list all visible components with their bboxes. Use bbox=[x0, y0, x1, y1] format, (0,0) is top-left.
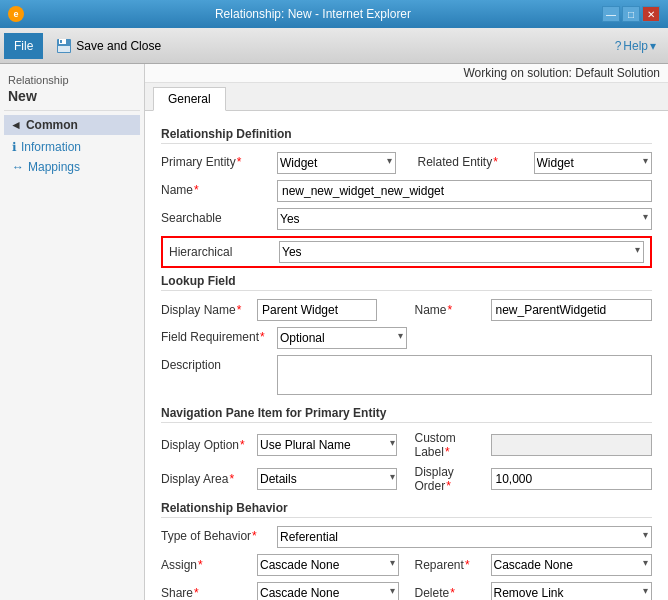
sidebar-common-header: ◄ Common bbox=[4, 115, 140, 135]
description-label: Description bbox=[161, 355, 271, 372]
display-option-select[interactable]: Use Plural Name bbox=[257, 434, 397, 456]
entity-name: New bbox=[4, 88, 140, 111]
information-icon: ℹ bbox=[12, 140, 17, 154]
content-area: Relationship New ◄ Common ℹ Information … bbox=[0, 64, 668, 600]
assign-select[interactable]: Cascade None bbox=[257, 554, 399, 576]
svg-rect-3 bbox=[58, 46, 70, 52]
related-entity-select[interactable]: Widget bbox=[534, 152, 653, 174]
description-control bbox=[277, 355, 652, 398]
hierarchical-control: Yes bbox=[279, 241, 644, 263]
reparent-select[interactable]: Cascade None bbox=[491, 554, 653, 576]
display-area-select[interactable]: Details bbox=[257, 468, 397, 490]
solution-bar: Working on solution: Default Solution bbox=[145, 64, 668, 83]
share-delete-row: Share* Cascade None Delete* Remove Li bbox=[161, 582, 652, 600]
lookup-name-col: Name* bbox=[415, 299, 653, 321]
common-arrow-icon: ◄ bbox=[10, 118, 22, 132]
display-option-col: Display Option* Use Plural Name bbox=[161, 431, 399, 459]
save-and-close-button[interactable]: Save and Close bbox=[47, 33, 170, 59]
entity-label: Relationship bbox=[4, 72, 140, 88]
common-label: Common bbox=[26, 118, 78, 132]
nav-option-row: Display Option* Use Plural Name Custom L… bbox=[161, 431, 652, 459]
sidebar: Relationship New ◄ Common ℹ Information … bbox=[0, 64, 145, 600]
svg-rect-2 bbox=[60, 40, 62, 43]
nav-area-row: Display Area* Details Display Order* bbox=[161, 465, 652, 493]
field-req-control: Optional bbox=[277, 327, 407, 349]
related-entity-label: Related Entity* bbox=[418, 152, 528, 169]
primary-entity-row: Primary Entity* Widget Related Entity* bbox=[161, 152, 652, 174]
rel-behavior-header: Relationship Behavior bbox=[161, 501, 652, 518]
share-select[interactable]: Cascade None bbox=[257, 582, 399, 600]
name-row: Name* bbox=[161, 180, 652, 202]
field-req-label: Field Requirement* bbox=[161, 327, 271, 344]
save-icon bbox=[56, 38, 72, 54]
sidebar-item-mappings[interactable]: ↔ Mappings bbox=[4, 157, 140, 177]
sidebar-item-information[interactable]: ℹ Information bbox=[4, 137, 140, 157]
display-area-col: Display Area* Details bbox=[161, 465, 399, 493]
file-button[interactable]: File bbox=[4, 33, 43, 59]
toolbar: File Save and Close ? Help ▾ bbox=[0, 28, 668, 64]
primary-entity-select[interactable]: Widget bbox=[277, 152, 396, 174]
help-label: Help bbox=[623, 39, 648, 53]
window-title: Relationship: New - Internet Explorer bbox=[24, 7, 602, 21]
type-behavior-select[interactable]: Referential bbox=[277, 526, 652, 548]
main-panel: Working on solution: Default Solution Ge… bbox=[145, 64, 668, 600]
lookup-name-input[interactable] bbox=[491, 299, 653, 321]
tab-general[interactable]: General bbox=[153, 87, 226, 111]
sidebar-item-information-label: Information bbox=[21, 140, 81, 154]
help-icon: ? bbox=[615, 39, 622, 53]
hierarchical-select[interactable]: Yes bbox=[279, 241, 644, 263]
description-textarea[interactable] bbox=[277, 355, 652, 395]
help-dropdown-icon: ▾ bbox=[650, 39, 656, 53]
type-behavior-row: Type of Behavior* Referential bbox=[161, 526, 652, 548]
save-and-close-label: Save and Close bbox=[76, 39, 161, 53]
searchable-select[interactable]: Yes bbox=[277, 208, 652, 230]
reparent-col: Reparent* Cascade None bbox=[415, 554, 653, 576]
field-req-select[interactable]: Optional bbox=[277, 327, 407, 349]
solution-label: Working on solution: Default Solution bbox=[463, 66, 660, 80]
lookup-display-col: Display Name* bbox=[161, 299, 399, 321]
assign-label: Assign* bbox=[161, 558, 251, 572]
delete-label: Delete* bbox=[415, 586, 485, 600]
form-body: Relationship Definition Primary Entity* … bbox=[145, 111, 668, 600]
relationship-def-header: Relationship Definition bbox=[161, 127, 652, 144]
share-col: Share* Cascade None bbox=[161, 582, 399, 600]
name-input[interactable] bbox=[277, 180, 652, 202]
custom-label-col: Custom Label* bbox=[415, 431, 653, 459]
lookup-name-label: Name* bbox=[415, 303, 485, 317]
app-icon: e bbox=[8, 6, 24, 22]
hierarchical-label: Hierarchical bbox=[169, 245, 279, 259]
display-order-input[interactable] bbox=[491, 468, 653, 490]
mappings-icon: ↔ bbox=[12, 160, 24, 174]
custom-label-input[interactable] bbox=[491, 434, 653, 456]
display-order-col: Display Order* bbox=[415, 465, 653, 493]
tabs: General bbox=[145, 83, 668, 111]
searchable-control: Yes bbox=[277, 208, 652, 230]
display-area-label: Display Area* bbox=[161, 472, 251, 486]
lookup-display-label: Display Name* bbox=[161, 303, 251, 317]
delete-select[interactable]: Remove Link bbox=[491, 582, 653, 600]
name-field-control bbox=[277, 180, 652, 202]
assign-col: Assign* Cascade None bbox=[161, 554, 399, 576]
display-option-label: Display Option* bbox=[161, 438, 251, 452]
related-entity-control: Widget bbox=[534, 152, 653, 174]
type-behavior-label: Type of Behavior* bbox=[161, 526, 271, 543]
delete-col: Delete* Remove Link bbox=[415, 582, 653, 600]
lookup-field-header: Lookup Field bbox=[161, 274, 652, 291]
primary-entity-label: Primary Entity* bbox=[161, 152, 271, 169]
share-label: Share* bbox=[161, 586, 251, 600]
maximize-button[interactable]: □ bbox=[622, 6, 640, 22]
help-button[interactable]: ? Help ▾ bbox=[607, 35, 664, 57]
searchable-label: Searchable bbox=[161, 208, 271, 225]
primary-entity-control: Widget bbox=[277, 152, 396, 174]
nav-pane-header: Navigation Pane Item for Primary Entity bbox=[161, 406, 652, 423]
close-window-button[interactable]: ✕ bbox=[642, 6, 660, 22]
reparent-label: Reparent* bbox=[415, 558, 485, 572]
minimize-button[interactable]: — bbox=[602, 6, 620, 22]
display-order-label: Display Order* bbox=[415, 465, 485, 493]
sidebar-item-mappings-label: Mappings bbox=[28, 160, 80, 174]
type-behavior-control: Referential bbox=[277, 526, 652, 548]
lookup-display-input[interactable] bbox=[257, 299, 377, 321]
name-field-label: Name* bbox=[161, 180, 271, 197]
lookup-name-row: Display Name* Name* bbox=[161, 299, 652, 321]
hierarchical-row: Hierarchical Yes bbox=[161, 236, 652, 268]
